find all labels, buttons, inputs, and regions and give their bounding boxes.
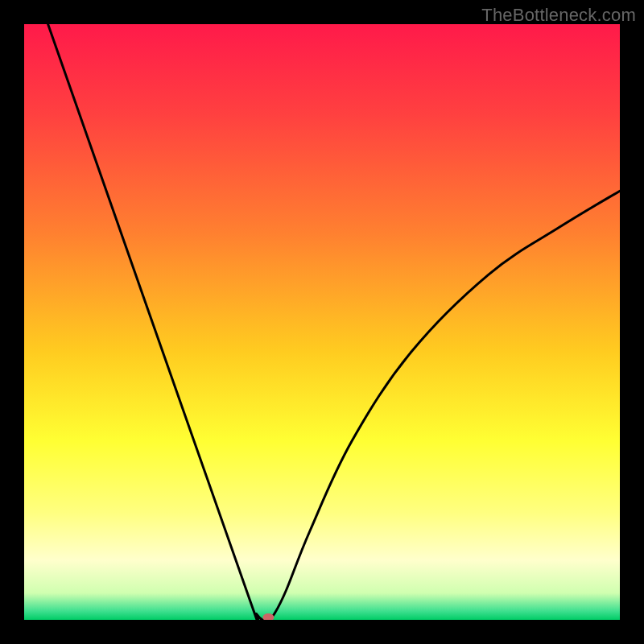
chart-frame: TheBottleneck.com [0, 0, 644, 644]
chart-svg [24, 24, 620, 620]
watermark-text: TheBottleneck.com [481, 5, 636, 26]
plot-area [24, 24, 620, 620]
gradient-background [24, 24, 620, 620]
